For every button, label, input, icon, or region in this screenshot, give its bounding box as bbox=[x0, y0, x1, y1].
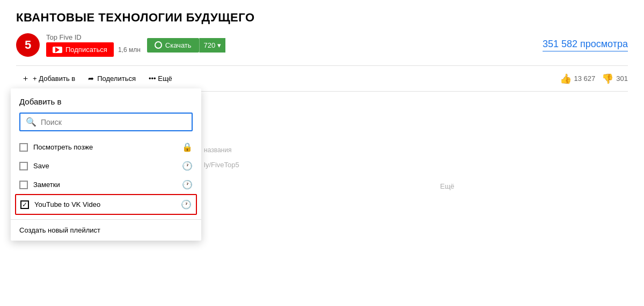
video-title: КВАНТОВЫЕ ТЕХНОЛОГИИ БУДУЩЕГО bbox=[16, 11, 628, 25]
playlist-item-label: Save bbox=[33, 162, 177, 170]
youtube-icon bbox=[53, 47, 62, 53]
thumbs-down-icon: 👎 bbox=[602, 73, 613, 85]
share-icon: ➦ bbox=[88, 74, 94, 83]
subscribers-count: 1,6 млн bbox=[118, 46, 141, 54]
quality-label: 720 bbox=[204, 41, 216, 49]
download-icon bbox=[155, 41, 162, 49]
playlist-item-vk-video[interactable]: YouTube to VK Video 🕐 bbox=[15, 194, 197, 215]
playlist-item-notes[interactable]: Заметки 🕐 bbox=[11, 175, 201, 194]
dropdown-search-box[interactable]: 🔍 bbox=[19, 113, 193, 131]
search-icon: 🔍 bbox=[26, 117, 36, 127]
playlist-item-label: Посмотреть позже bbox=[33, 143, 177, 151]
quality-dropdown[interactable]: 720 ▾ bbox=[199, 38, 225, 53]
plus-icon: ＋ bbox=[21, 73, 30, 84]
checkbox-watch-later[interactable] bbox=[19, 143, 28, 152]
more-label: ••• Ещё bbox=[149, 74, 172, 83]
like-item[interactable]: 👍 13 627 bbox=[560, 73, 596, 85]
download-group: Скачать 720 ▾ bbox=[147, 38, 225, 53]
share-label: Поделиться bbox=[97, 74, 136, 83]
dislike-item[interactable]: 👎 301 bbox=[602, 73, 628, 85]
add-to-label: + Добавить в bbox=[33, 74, 75, 83]
playlist-list: Посмотреть позже 🔒 Save 🕐 Заметки 🕐 YouT… bbox=[11, 138, 201, 215]
checkbox-vk-video[interactable] bbox=[20, 200, 29, 209]
playlist-item-label: YouTube to VK Video bbox=[34, 200, 175, 208]
checkbox-save[interactable] bbox=[19, 162, 28, 170]
thumbs-up-icon: 👍 bbox=[560, 73, 572, 85]
bg-label1: названия bbox=[204, 145, 628, 156]
download-label: Скачать bbox=[165, 41, 192, 49]
playlist-item-watch-later[interactable]: Посмотреть позже 🔒 bbox=[11, 138, 201, 156]
channel-info: Top Five ID Подписаться 1,6 млн bbox=[46, 33, 141, 57]
clock-icon-2: 🕐 bbox=[182, 180, 193, 190]
action-row: ＋ + Добавить в ➦ Поделиться ••• Ещё 👍 13… bbox=[16, 65, 628, 92]
views-count: 351 582 просмотра bbox=[543, 39, 628, 51]
chevron-down-icon: ▾ bbox=[217, 41, 221, 49]
more-button[interactable]: ••• Ещё bbox=[143, 71, 178, 86]
checkbox-notes[interactable] bbox=[19, 181, 28, 189]
channel-name[interactable]: Top Five ID bbox=[46, 33, 141, 41]
playlist-item-save[interactable]: Save 🕐 bbox=[11, 156, 201, 175]
subscribe-label: Подписаться bbox=[65, 46, 107, 54]
likes-area: 👍 13 627 👎 301 bbox=[560, 73, 628, 85]
playlist-item-label: Заметки bbox=[33, 181, 177, 189]
download-button[interactable]: Скачать bbox=[147, 38, 199, 53]
share-button[interactable]: ➦ Поделиться bbox=[83, 71, 141, 86]
channel-row: 5 Top Five ID Подписаться 1,6 млн Скачат… bbox=[16, 33, 628, 57]
dropdown-title: Добавить в bbox=[11, 97, 201, 113]
channel-avatar[interactable]: 5 bbox=[16, 33, 40, 57]
lock-icon: 🔒 bbox=[182, 142, 193, 152]
clock-icon-3: 🕐 bbox=[181, 199, 192, 210]
bg-more: Ещё bbox=[440, 182, 455, 190]
create-playlist-button[interactable]: Создать новый плейлист bbox=[11, 220, 201, 241]
dislike-count: 301 bbox=[616, 74, 628, 83]
background-content: названия ly/FiveTop5 bbox=[204, 145, 628, 171]
search-input[interactable] bbox=[41, 118, 186, 126]
add-to-dropdown: Добавить в 🔍 Посмотреть позже 🔒 Save 🕐 З… bbox=[11, 88, 201, 241]
like-count: 13 627 bbox=[574, 74, 596, 83]
bg-link: ly/FiveTop5 bbox=[204, 159, 628, 171]
subscribe-button[interactable]: Подписаться bbox=[46, 42, 114, 57]
clock-icon: 🕐 bbox=[182, 161, 193, 171]
add-to-button[interactable]: ＋ + Добавить в bbox=[16, 70, 80, 87]
